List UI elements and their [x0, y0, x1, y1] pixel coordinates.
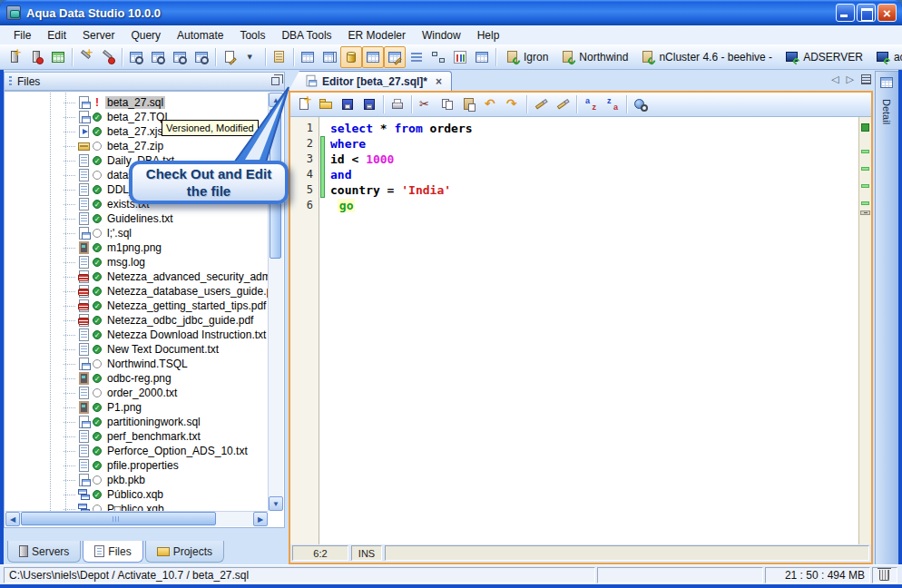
garbage-collect-cell[interactable] — [872, 567, 897, 583]
chart-view-button[interactable] — [449, 46, 471, 68]
tree-item[interactable]: odbc-reg.png — [5, 371, 268, 386]
tools-unregister-button[interactable] — [97, 46, 119, 68]
query-browser-button[interactable] — [147, 46, 169, 68]
tree-item[interactable]: Netezza_odbc_jdbc_guide.pdf — [5, 313, 268, 328]
tree-item[interactable]: partitioningwork.sql — [5, 415, 268, 429]
detail-grid-icon — [879, 75, 894, 90]
maximize-button[interactable] — [857, 4, 876, 22]
tree-connector — [64, 407, 75, 408]
save-grid-button[interactable] — [358, 93, 380, 115]
tree-item[interactable]: Perforce_Option_ADS_10.txt — [5, 444, 268, 458]
tree-item[interactable]: Netezza_database_users_guide.pdf — [5, 284, 268, 299]
tree-item[interactable]: Northwind.TSQL — [5, 357, 268, 371]
query-builder-button[interactable] — [169, 46, 191, 68]
copy-button[interactable] — [436, 93, 458, 115]
trash-icon[interactable] — [879, 570, 889, 581]
scrollbar-thumb[interactable] — [21, 512, 216, 525]
versioned-badge-icon — [93, 185, 103, 195]
editor-code[interactable]: select * from orderswhereid < 1000andcou… — [325, 117, 858, 544]
schema-compare-button[interactable] — [191, 46, 212, 68]
list-view-button[interactable] — [406, 46, 427, 68]
editor-tab[interactable]: Editor [beta_27.sql]* — [289, 71, 452, 91]
tree-item[interactable]: m1png.png — [5, 240, 268, 255]
server-button-adserver[interactable]: ADSERVER — [779, 48, 869, 66]
menu-file[interactable]: File — [5, 27, 39, 44]
tab-list-icon[interactable] — [861, 74, 871, 84]
cut-button[interactable] — [415, 93, 436, 115]
nav-left-icon[interactable]: ◁ — [831, 74, 838, 85]
format-special-button[interactable] — [552, 93, 574, 115]
server-button-ac[interactable]: ac — [869, 48, 902, 66]
server-button-igron[interactable]: Igron — [499, 48, 554, 66]
minimize-button[interactable] — [836, 4, 855, 22]
tree-item[interactable]: pkb.pkb — [5, 473, 268, 487]
tree-item[interactable]: msg.log — [5, 255, 268, 270]
tab-close-icon[interactable] — [436, 76, 442, 87]
tools-register-button[interactable] — [75, 46, 97, 68]
note-edit-button[interactable] — [219, 46, 240, 68]
grid-results-button[interactable] — [297, 46, 319, 68]
tree-item[interactable]: Netezza_getting_started_tips.pdf — [5, 299, 268, 313]
print-button[interactable] — [387, 93, 408, 115]
scroll-down-icon[interactable]: ▼ — [269, 496, 283, 511]
table-data-button[interactable] — [362, 46, 384, 68]
tree-item[interactable]: order_2000.txt — [5, 386, 268, 400]
menu-er-modeler[interactable]: ER Modeler — [340, 27, 414, 44]
tree-item[interactable]: P1.png — [5, 400, 268, 415]
tree-item[interactable]: l;'.sql — [5, 226, 268, 240]
menu-automate[interactable]: Automate — [169, 27, 231, 44]
sort-az-button[interactable] — [580, 93, 602, 115]
scroll-right-icon[interactable]: ▶ — [253, 512, 268, 526]
paste-button[interactable] — [458, 93, 480, 115]
tab-files[interactable]: Files — [83, 541, 142, 563]
redo-button[interactable] — [502, 93, 524, 115]
tree-item[interactable]: Netezza_advanced_security_admin_ — [5, 270, 268, 284]
script-button[interactable] — [269, 46, 290, 68]
tree-item[interactable]: Guidelines.txt — [5, 211, 268, 226]
marker-slider[interactable] — [860, 211, 870, 215]
menu-edit[interactable]: Edit — [39, 27, 74, 44]
server-remove-button[interactable] — [25, 46, 47, 68]
open-file-button[interactable] — [315, 93, 337, 115]
undo-button[interactable] — [480, 93, 502, 115]
sort-za-button[interactable] — [602, 93, 623, 115]
format-button[interactable] — [530, 93, 552, 115]
tree-item-label: partitioningwork.sql — [105, 416, 202, 428]
server-button-northwind[interactable]: Northwind — [554, 48, 634, 66]
query-analyzer-button[interactable] — [125, 46, 147, 68]
close-button[interactable] — [877, 4, 897, 22]
tree-item[interactable]: pfile.properties — [5, 458, 268, 473]
marker-strip[interactable] — [858, 117, 871, 544]
editor-body[interactable]: 123456 select * from orderswhereid < 100… — [290, 117, 871, 544]
menu-tools[interactable]: Tools — [231, 27, 273, 44]
find-replace-button[interactable] — [630, 93, 652, 115]
save-file-button[interactable] — [337, 93, 358, 115]
tab-projects[interactable]: Projects — [145, 541, 224, 563]
grid-form-button[interactable] — [319, 46, 340, 68]
tree-item[interactable]: Netezza Download Instruction.txt — [5, 328, 268, 342]
db-objects-button[interactable] — [340, 46, 362, 68]
scroll-left-icon[interactable]: ◀ — [5, 512, 20, 526]
er-view-button[interactable] — [427, 46, 449, 68]
nav-right-icon[interactable]: ▷ — [847, 74, 854, 85]
tab-servers[interactable]: Servers — [7, 541, 81, 563]
menu-query[interactable]: Query — [123, 27, 169, 44]
pdf-file-icon — [77, 285, 91, 299]
dropdown-caret-button[interactable] — [240, 46, 262, 68]
tree-item[interactable]: New Text Document.txt — [5, 342, 268, 357]
tree-item[interactable]: P□blico.xqb — [5, 502, 268, 511]
tree-item[interactable]: perf_benchmark.txt — [5, 429, 268, 444]
server-button-ncluster-4-6-beehive[interactable]: nCluster 4.6 - beehive - — [634, 48, 779, 66]
tree-item[interactable]: Público.xqb — [5, 487, 268, 502]
table-edit-button[interactable] — [384, 46, 406, 68]
tree-horizontal-scrollbar[interactable]: ◀ ▶ — [5, 511, 268, 526]
menu-dba-tools[interactable]: DBA Tools — [273, 27, 339, 44]
menu-help[interactable]: Help — [469, 27, 508, 44]
menu-window[interactable]: Window — [414, 27, 469, 44]
server-add-button[interactable] — [4, 46, 25, 68]
detail-side-tab[interactable]: Detail — [875, 71, 898, 564]
grid-view-button[interactable] — [471, 46, 493, 68]
table-connect-button[interactable] — [47, 46, 69, 68]
menu-server[interactable]: Server — [74, 27, 123, 44]
er-view-icon — [431, 50, 446, 64]
